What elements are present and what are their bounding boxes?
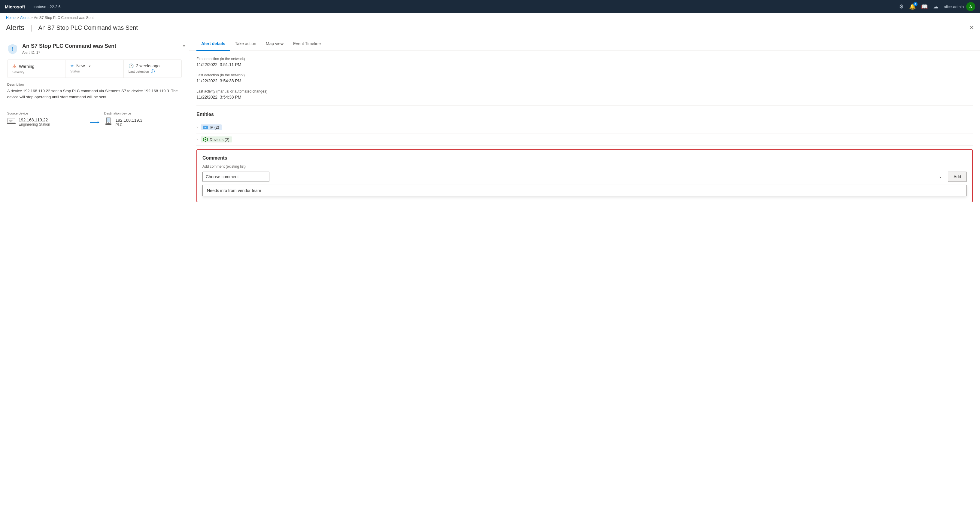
brand-name: Microsoft (5, 4, 25, 9)
right-panel: Alert details Take action Map view Event… (189, 37, 980, 508)
svg-text:!: ! (12, 46, 13, 52)
last-detection-value: 11/22/2022, 3:54:38 PM (196, 78, 973, 83)
user-menu[interactable]: alice-admin A (944, 2, 975, 11)
breadcrumb-sep2: > (31, 16, 33, 20)
devices-entity-row[interactable]: › Devices (2) (196, 134, 973, 146)
topbar-icons: ⚙ 🔔 0 📖 ☁ alice-admin A (899, 2, 975, 11)
source-ip: 192.168.119.22 (19, 118, 50, 122)
devices-chevron: › (196, 137, 197, 142)
settings-icon[interactable]: ⚙ (899, 3, 904, 10)
alert-header: ! An S7 Stop PLC Command was Sent Alert … (7, 43, 182, 55)
first-detection-group: First detection (in the network) 11/22/2… (196, 57, 973, 67)
svg-rect-2 (7, 123, 16, 124)
source-details: 192.168.119.22 Engineering Station (19, 118, 50, 126)
first-detection-value: 11/22/2022, 3:51:11 PM (196, 62, 973, 67)
svg-point-13 (205, 139, 206, 140)
collapse-button[interactable]: « (183, 43, 185, 48)
page-header-left: Alerts | An S7 Stop PLC Command was Sent (6, 24, 138, 32)
dropdown-chevron-icon: ∨ (939, 175, 942, 179)
comment-dropdown-wrapper: Choose comment Needs info from vendor te… (202, 172, 945, 182)
breadcrumb-home[interactable]: Home (6, 16, 16, 20)
severity-label: Severity (12, 70, 60, 74)
ip-entity-row[interactable]: › IP IP (2) (196, 121, 973, 134)
description-text: A device 192.168.119.22 sent a Stop PLC … (7, 88, 182, 100)
devices-section: Source device </> 192.168.119.22 Enginee… (7, 106, 182, 127)
last-activity-value: 11/22/2022, 3:54:38 PM (196, 95, 973, 99)
tab-take-action[interactable]: Take action (230, 37, 261, 51)
page-title-main: Alerts (6, 24, 24, 32)
destination-ip: 192.168.119.3 (116, 118, 143, 123)
right-content: First detection (in the network) 11/22/2… (189, 51, 980, 508)
entities-title: Entities (196, 112, 973, 117)
tab-map-view[interactable]: Map view (261, 37, 288, 51)
ip-badge: IP IP (2) (200, 124, 222, 130)
topbar: Microsoft contoso - 22.2.6 ⚙ 🔔 0 📖 ☁ ali… (0, 0, 980, 13)
destination-device: Destination device 192.168.119.3 PLC (104, 112, 182, 127)
ip-chevron: › (196, 125, 197, 129)
book-icon[interactable]: 📖 (921, 3, 928, 10)
page-title-sub: An S7 Stop PLC Command was Sent (38, 24, 138, 31)
status-cell: ✳ New ∨ Status (65, 60, 123, 78)
app-title: contoso - 22.2.6 (33, 5, 60, 9)
breadcrumb: Home > Alerts > An S7 Stop PLC Command w… (0, 13, 980, 22)
severity-value: ⚠ Warning (12, 64, 60, 69)
breadcrumb-alerts[interactable]: Alerts (20, 16, 29, 20)
last-activity-group: Last activity (manual or automated chang… (196, 89, 973, 99)
comments-input-row: Choose comment Needs info from vendor te… (202, 172, 967, 182)
arrow-connector (85, 118, 104, 127)
avatar: A (966, 2, 975, 11)
breadcrumb-sep1: > (17, 16, 19, 20)
status-dropdown-arrow[interactable]: ∨ (88, 64, 91, 68)
divider (196, 105, 973, 106)
cloud-icon[interactable]: ☁ (933, 3, 939, 10)
first-detection-label: First detection (in the network) (196, 57, 973, 61)
add-comment-button[interactable]: Add (948, 172, 967, 182)
svg-rect-8 (107, 118, 110, 122)
notif-badge: 0 (913, 2, 918, 6)
comments-sublabel: Add comment (existing list) (202, 164, 967, 169)
last-detection-group: Last detection (in the network) 11/22/20… (196, 73, 973, 83)
page-header: Alerts | An S7 Stop PLC Command was Sent… (0, 22, 980, 37)
tab-alert-details[interactable]: Alert details (196, 37, 230, 51)
status-value: ✳ New ∨ (70, 64, 118, 68)
description-section: Description A device 192.168.119.22 sent… (7, 83, 182, 100)
notifications-icon[interactable]: 🔔 0 (909, 3, 916, 10)
warning-icon: ⚠ (12, 64, 16, 69)
close-button[interactable]: ✕ (969, 24, 974, 31)
alert-id: Alert ID: 17 (22, 51, 116, 55)
comment-option-list: Needs info from vendor team (202, 185, 967, 196)
description-label: Description (7, 83, 182, 86)
devices-badge: Devices (2) (200, 136, 232, 142)
detection-text: 2 weeks ago (136, 64, 160, 68)
alert-title-area: An S7 Stop PLC Command was Sent Alert ID… (22, 43, 116, 55)
destination-device-icon (104, 118, 113, 127)
tabs: Alert details Take action Map view Event… (189, 37, 980, 51)
destination-details: 192.168.119.3 PLC (116, 118, 143, 127)
svg-marker-5 (98, 121, 99, 124)
status-text: New (76, 64, 85, 68)
last-detection-label: Last detection (in the network) (196, 73, 973, 77)
main-content: « ! An S7 Stop PLC Command was Sent Aler… (0, 37, 980, 508)
svg-text:IP: IP (205, 126, 207, 129)
dropdown-option-needs-info[interactable]: Needs info from vendor team (203, 185, 966, 196)
clock-icon: 🕐 (129, 64, 134, 68)
source-device-icon: </> (7, 118, 16, 126)
comments-section: Comments Add comment (existing list) Cho… (196, 149, 973, 202)
tab-event-timeline[interactable]: Event Timeline (288, 37, 326, 51)
destination-info: 192.168.119.3 PLC (104, 118, 182, 127)
source-device: Source device </> 192.168.119.22 Enginee… (7, 112, 85, 127)
shield-icon: ! (7, 43, 18, 54)
comment-dropdown[interactable]: Choose comment Needs info from vendor te… (202, 172, 269, 182)
svg-rect-7 (105, 124, 111, 125)
page-title-sep: | (30, 24, 32, 32)
status-bar: ⚠ Warning Severity ✳ New ∨ Status 🕐 2 we… (7, 59, 182, 78)
severity-text: Warning (19, 64, 35, 69)
status-label: Status (70, 69, 118, 73)
user-name: alice-admin (944, 5, 964, 9)
brand: Microsoft (5, 4, 25, 9)
topbar-divider (29, 3, 29, 10)
severity-cell: ⚠ Warning Severity (8, 60, 65, 78)
destination-type: PLC (116, 123, 143, 127)
breadcrumb-current: An S7 Stop PLC Command was Sent (34, 16, 94, 20)
detection-cell: 🕐 2 weeks ago Last detection i (124, 60, 181, 78)
